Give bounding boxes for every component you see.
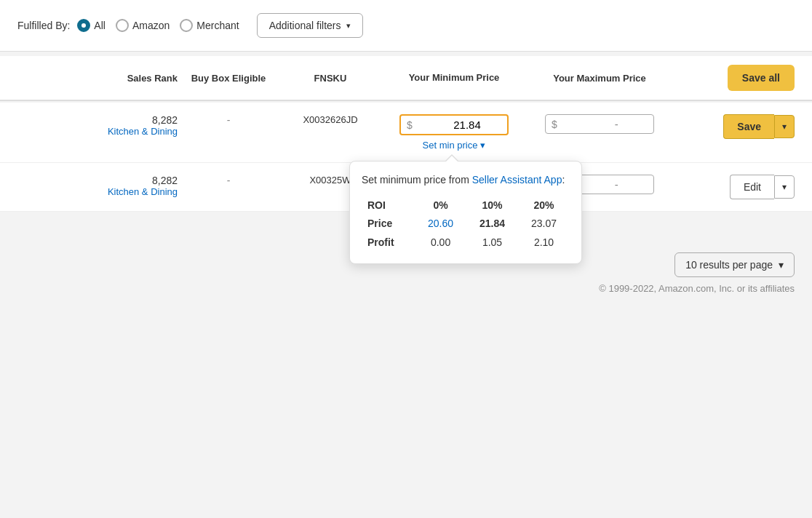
cell-buy-box-2: -	[178, 175, 279, 186]
tooltip-price-20[interactable]: 23.07	[518, 214, 570, 233]
radio-circle-all	[77, 19, 90, 32]
results-per-page-label: 10 results per page	[685, 259, 773, 271]
results-per-page-chevron: ▾	[779, 259, 784, 271]
th-max-price: Your Maximum Price	[527, 73, 672, 84]
radio-amazon[interactable]: Amazon	[116, 19, 170, 32]
buy-box-value-2: -	[227, 175, 231, 186]
fulfilled-by-radio-group: All Amazon Merchant	[77, 19, 239, 32]
action-cell-2: Edit ▾	[672, 175, 795, 199]
set-min-price-chevron: ▾	[480, 140, 485, 151]
save-button-1[interactable]: Save	[723, 114, 774, 139]
max-price-input-wrapper-1: $	[545, 114, 654, 134]
tooltip-th-20: 20%	[518, 196, 570, 214]
action-cell-1: Save ▾	[672, 114, 795, 139]
cell-fnsku-1: X0032626JD	[279, 114, 381, 125]
set-min-price-link-1[interactable]: Set min price ▾	[423, 140, 486, 151]
radio-all[interactable]: All	[77, 19, 106, 32]
sales-rank-cat-2: Kitchen & Dining	[108, 186, 178, 197]
cell-sales-rank-2: 8,282 Kitchen & Dining	[17, 175, 178, 197]
th-buy-box: Buy Box Eligible	[178, 73, 279, 84]
sales-rank-num-2: 8,282	[152, 175, 178, 186]
sales-rank-cat-1: Kitchen & Dining	[108, 126, 178, 137]
footer-right: 10 results per page ▾ © 1999-2022, Amazo…	[599, 252, 795, 294]
sales-rank-num-1: 8,282	[152, 114, 178, 126]
table-header: Sales Rank Buy Box Eligible FNSKU Your M…	[0, 56, 812, 101]
cell-buy-box-1: -	[178, 114, 279, 126]
fulfilled-by-label: Fulfilled By:	[17, 20, 70, 31]
additional-filters-button[interactable]: Additional filters ▾	[257, 13, 364, 38]
dollar-sign-1: $	[407, 119, 413, 131]
tooltip-table: ROI 0% 10% 20% Price 20.60 21.84 23.07 P…	[362, 196, 570, 252]
radio-amazon-label: Amazon	[132, 20, 170, 31]
save-dropdown-button-1[interactable]: ▾	[774, 115, 795, 138]
fnsku-value-1: X0032626JD	[303, 114, 357, 125]
tooltip-profit-10: 1.05	[466, 233, 518, 252]
max-dollar-sign-1: $	[552, 119, 557, 130]
tooltip-popup: Set minimum price from Seller Assistant …	[349, 161, 582, 264]
cell-min-price-1: $ Set min price ▾	[381, 114, 527, 151]
tooltip-profit-20: 2.10	[518, 233, 570, 252]
cell-sales-rank-1: 8,282 Kitchen & Dining	[17, 114, 178, 137]
tooltip-price-10[interactable]: 21.84	[466, 214, 518, 233]
th-fnsku: FNSKU	[279, 73, 381, 84]
th-min-price: Your Minimum Price	[381, 71, 527, 84]
table-body: 8,282 Kitchen & Dining - X0032626JD $ Se…	[0, 103, 812, 212]
tooltip-profit-0: 0.00	[415, 233, 466, 252]
radio-all-label: All	[94, 20, 106, 31]
th-action: Save all	[672, 65, 795, 91]
cell-max-price-1: $	[527, 114, 672, 134]
tooltip-price-label: Price	[362, 214, 415, 233]
results-per-page-button[interactable]: 10 results per page ▾	[674, 252, 795, 277]
tooltip-th-roi: ROI	[362, 196, 415, 214]
table-row: 8,282 Kitchen & Dining - X0032626JD $ Se…	[0, 103, 812, 163]
copyright-text: © 1999-2022, Amazon.com, Inc. or its aff…	[599, 283, 795, 294]
chevron-down-icon: ▾	[346, 21, 351, 31]
save-all-button[interactable]: Save all	[728, 65, 795, 91]
edit-button-2[interactable]: Edit	[730, 175, 774, 199]
fnsku-value-2: X00325W	[309, 175, 351, 186]
edit-dropdown-button-2[interactable]: ▾	[774, 175, 795, 199]
tooltip-arrow	[445, 154, 459, 162]
buy-box-value-1: -	[227, 114, 231, 126]
tooltip-title: Set minimum price from Seller Assistant …	[362, 173, 570, 188]
additional-filters-label: Additional filters	[269, 20, 341, 31]
radio-circle-amazon	[116, 19, 129, 32]
min-price-input-wrapper-1: $	[399, 114, 509, 135]
th-sales-rank: Sales Rank	[17, 73, 178, 84]
min-price-input-1[interactable]	[415, 119, 481, 131]
fulfilled-by: Fulfilled By: All Amazon Merchant	[17, 19, 239, 32]
radio-merchant-label: Merchant	[196, 20, 239, 31]
radio-merchant[interactable]: Merchant	[180, 19, 239, 32]
top-bar: Fulfilled By: All Amazon Merchant Additi…	[0, 0, 812, 52]
tooltip-highlight: Seller Assistant App	[472, 174, 562, 186]
tooltip-th-0: 0%	[415, 196, 466, 214]
tooltip-price-0[interactable]: 20.60	[415, 214, 466, 233]
max-price-input-1[interactable]	[560, 118, 618, 130]
tooltip-th-10: 10%	[466, 196, 518, 214]
tooltip-profit-label: Profit	[362, 233, 415, 252]
radio-circle-merchant	[180, 19, 193, 32]
